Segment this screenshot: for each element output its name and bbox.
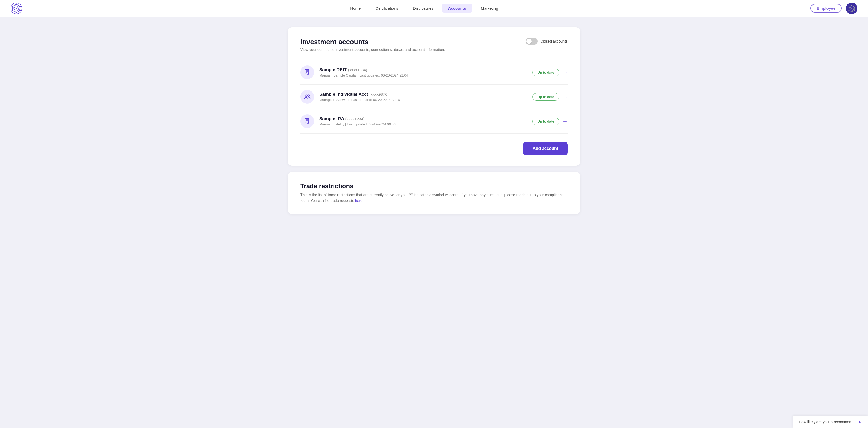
status-badge-reit: Up to date bbox=[532, 69, 559, 76]
add-account-row: Add account bbox=[300, 142, 568, 155]
account-name-individual: Sample Individual Acct (xxxx9876) bbox=[319, 92, 532, 97]
account-row: Sample IRA (xxxx1234) Manual | Fidelity … bbox=[300, 109, 568, 134]
account-number-ira: (xxxx1234) bbox=[345, 117, 365, 121]
account-row: Sample Individual Acct (xxxx9876) Manage… bbox=[300, 85, 568, 109]
account-status-reit: Up to date → bbox=[532, 69, 568, 76]
svg-point-28 bbox=[305, 95, 307, 97]
closed-accounts-switch[interactable] bbox=[526, 38, 538, 45]
avatar[interactable] bbox=[846, 3, 858, 14]
header-right: Employee bbox=[810, 3, 858, 14]
account-name-reit: Sample REIT (xxxx1234) bbox=[319, 67, 532, 72]
account-info-ira: Sample IRA (xxxx1234) Manual | Fidelity … bbox=[319, 116, 532, 126]
logo[interactable] bbox=[10, 3, 22, 14]
nav-accounts[interactable]: Accounts bbox=[442, 4, 472, 12]
trade-restrictions-title: Trade restrictions bbox=[300, 183, 568, 190]
account-number-individual: (xxxx9876) bbox=[369, 92, 389, 97]
account-name-ira: Sample IRA (xxxx1234) bbox=[319, 116, 532, 122]
status-badge-ira: Up to date bbox=[532, 118, 559, 125]
arrow-btn-reit[interactable]: → bbox=[562, 69, 568, 75]
investment-accounts-card: Investment accounts View your connected … bbox=[288, 27, 580, 166]
closed-accounts-label: Closed accounts bbox=[540, 39, 568, 43]
add-account-button[interactable]: Add account bbox=[523, 142, 568, 155]
account-meta-individual: Managed | Schwab | Last updated: 06-20-2… bbox=[319, 98, 532, 102]
nav-disclosures[interactable]: Disclosures bbox=[407, 4, 440, 12]
account-info-individual: Sample Individual Acct (xxxx9876) Manage… bbox=[319, 92, 532, 102]
account-row: Sample REIT (xxxx1234) Manual | Sample C… bbox=[300, 60, 568, 85]
account-meta-reit: Manual | Sample Capital | Last updated: … bbox=[319, 73, 532, 77]
employee-badge[interactable]: Employee bbox=[810, 4, 842, 12]
account-status-ira: Up to date → bbox=[532, 118, 568, 125]
account-info-reit: Sample REIT (xxxx1234) Manual | Sample C… bbox=[319, 67, 532, 77]
toggle-knob bbox=[526, 39, 532, 44]
account-meta-ira: Manual | Fidelity | Last updated: 03-19-… bbox=[319, 122, 532, 126]
feedback-bar: How likely are you to recommen… ▲ bbox=[793, 416, 868, 428]
account-status-individual: Up to date → bbox=[532, 93, 568, 101]
header: Home Certifications Disclosures Accounts… bbox=[0, 0, 868, 17]
status-badge-individual: Up to date bbox=[532, 93, 559, 101]
account-number-reit: (xxxx1234) bbox=[348, 68, 367, 72]
trade-restrictions-card: Trade restrictions This is the list of t… bbox=[288, 172, 580, 214]
closed-accounts-toggle[interactable]: Closed accounts bbox=[526, 38, 568, 45]
feedback-text: How likely are you to recommen… bbox=[799, 420, 855, 424]
account-icon-ira bbox=[300, 114, 314, 128]
arrow-btn-ira[interactable]: → bbox=[562, 118, 568, 124]
nav-certifications[interactable]: Certifications bbox=[369, 4, 405, 12]
nav-home[interactable]: Home bbox=[344, 4, 367, 12]
main-nav: Home Certifications Disclosures Accounts… bbox=[38, 4, 810, 12]
svg-point-29 bbox=[308, 95, 310, 97]
card-header: Investment accounts View your connected … bbox=[300, 38, 568, 52]
svg-point-7 bbox=[12, 5, 13, 7]
main-content: Investment accounts View your connected … bbox=[281, 17, 587, 241]
nav-marketing[interactable]: Marketing bbox=[474, 4, 504, 12]
card-subtitle: View your connected investment accounts,… bbox=[300, 47, 445, 52]
svg-point-6 bbox=[12, 10, 13, 11]
trade-restrictions-subtitle: This is the list of trade restrictions t… bbox=[300, 192, 568, 204]
trade-restrictions-link[interactable]: here bbox=[355, 198, 363, 203]
card-title-section: Investment accounts View your connected … bbox=[300, 38, 445, 52]
card-title: Investment accounts bbox=[300, 38, 445, 46]
account-icon-reit bbox=[300, 65, 314, 79]
account-icon-individual bbox=[300, 90, 314, 104]
chevron-up-icon[interactable]: ▲ bbox=[858, 420, 862, 424]
arrow-btn-individual[interactable]: → bbox=[562, 94, 568, 100]
